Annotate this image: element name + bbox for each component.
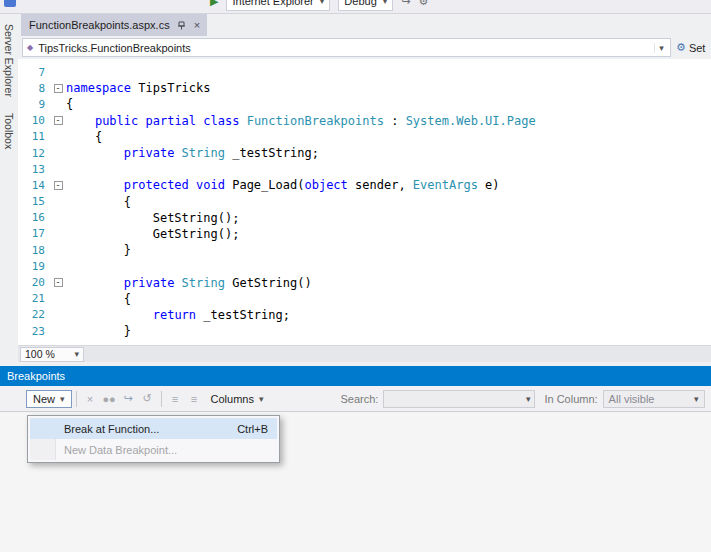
close-icon[interactable]: × xyxy=(194,19,200,31)
class-icon: ◆ xyxy=(27,43,33,52)
settings-gear-icon[interactable]: ⚙ xyxy=(676,41,686,54)
vs-window: ▶ Internet Explorer ▾ Debug ▾ ↪ ⚙ Server… xyxy=(0,0,711,552)
line-number: 21 xyxy=(18,292,50,305)
toolbar-app-icon[interactable] xyxy=(4,0,16,7)
search-input[interactable]: ▾ xyxy=(383,390,535,408)
code-line[interactable]: 16 SetString(); xyxy=(18,210,711,226)
document-tab[interactable]: FunctionBreakpoints.aspx.cs × xyxy=(21,14,207,36)
code-line[interactable]: 18 } xyxy=(18,242,711,258)
code-text: namespace TipsTricks xyxy=(66,81,211,95)
nav-bar-right: ⚙ Set xyxy=(671,41,711,54)
gear-icon[interactable]: ⚙ xyxy=(419,0,429,8)
code-line[interactable]: 14- protected void Page_Load(object send… xyxy=(18,177,711,193)
code-line[interactable]: 12 private String _testString; xyxy=(18,145,711,161)
zoom-select[interactable]: 100 % ▾ xyxy=(20,347,84,362)
code-text: GetString(); xyxy=(66,227,239,241)
code-line[interactable]: 10- public partial class FunctionBreakpo… xyxy=(18,113,711,129)
code-line[interactable]: 13 xyxy=(18,161,711,177)
list-view-alt-icon[interactable]: ≡ xyxy=(185,393,204,405)
pin-icon[interactable] xyxy=(177,20,187,30)
solution-config-select[interactable]: Debug ▾ xyxy=(338,0,393,11)
export-breakpoints-icon[interactable]: ↺ xyxy=(138,392,157,405)
code-text: public partial class FunctionBreakpoints… xyxy=(66,114,536,128)
sidebar-item-server-explorer[interactable]: Server Explorer xyxy=(3,24,15,97)
new-breakpoint-button[interactable]: New ▾ xyxy=(26,390,72,408)
code-line[interactable]: 21 { xyxy=(18,291,711,307)
code-text: } xyxy=(66,243,131,257)
fold-margin: - xyxy=(50,278,66,287)
chevron-down-icon[interactable]: ▾ xyxy=(654,43,668,53)
go-to-source-icon[interactable]: ↪ xyxy=(119,392,138,405)
delete-breakpoint-icon[interactable]: × xyxy=(81,393,100,405)
code-line[interactable]: 11 { xyxy=(18,129,711,145)
code-text: protected void Page_Load(object sender, … xyxy=(66,178,500,192)
line-number: 16 xyxy=(18,211,50,224)
zoom-level-value: 100 % xyxy=(25,348,55,360)
code-line[interactable]: 7 xyxy=(18,64,711,80)
breakpoints-toolbar: New ▾ × ●● ↪ ↺ ≡ ≡ Columns ▾ Search: ▾ I… xyxy=(0,386,711,412)
sidebar-item-toolbox[interactable]: Toolbox xyxy=(3,113,15,149)
breakpoints-panel-header[interactable]: Breakpoints xyxy=(0,366,711,386)
line-number: 15 xyxy=(18,195,50,208)
menu-item-label: Break at Function... xyxy=(64,423,159,435)
type-navigator-dropdown[interactable]: ◆ TipsTricks.FunctionBreakpoints ▾ xyxy=(22,38,671,57)
line-number: 13 xyxy=(18,163,50,176)
type-navigator-value: TipsTricks.FunctionBreakpoints xyxy=(38,42,191,54)
in-column-label: In Column: xyxy=(544,393,597,405)
toggle-all-breakpoints-icon[interactable]: ●● xyxy=(100,393,119,405)
editor-status-bar: 100 % ▾ xyxy=(18,345,711,362)
breakpoints-panel-title: Breakpoints xyxy=(7,370,65,382)
code-line[interactable]: 23 } xyxy=(18,323,711,339)
list-view-icon[interactable]: ≡ xyxy=(166,393,185,405)
browser-select-label: Internet Explorer xyxy=(232,0,313,7)
code-line[interactable]: 17 GetString(); xyxy=(18,226,711,242)
code-editor[interactable]: 78-namespace TipsTricks9{10- public part… xyxy=(18,59,711,345)
new-breakpoint-button-label: New xyxy=(33,393,55,405)
fold-margin: - xyxy=(50,181,66,190)
editor-column: FunctionBreakpoints.aspx.cs × ◆ TipsTric… xyxy=(18,14,711,362)
code-text: { xyxy=(66,195,131,209)
document-tab-label: FunctionBreakpoints.aspx.cs xyxy=(29,19,170,31)
fold-collapse-icon[interactable]: - xyxy=(54,278,63,287)
line-number: 20 xyxy=(18,276,50,289)
go-to-icon[interactable]: ↪ xyxy=(401,0,410,8)
breakpoints-panel: Breakpoints New ▾ × ●● ↪ ↺ ≡ ≡ Columns ▾… xyxy=(0,362,711,552)
fold-margin: - xyxy=(50,84,66,93)
columns-button-label: Columns xyxy=(211,393,254,405)
line-number: 18 xyxy=(18,244,50,257)
code-text: { xyxy=(66,292,131,306)
line-number: 12 xyxy=(18,147,50,160)
code-line[interactable]: 9{ xyxy=(18,96,711,112)
chevron-down-icon: ▾ xyxy=(60,394,65,404)
fold-collapse-icon[interactable]: - xyxy=(54,181,63,190)
line-number: 17 xyxy=(18,227,50,240)
line-number: 8 xyxy=(18,82,50,95)
code-line[interactable]: 20- private String GetString() xyxy=(18,274,711,290)
code-line[interactable]: 8-namespace TipsTricks xyxy=(18,80,711,96)
menu-item-break-at-function[interactable]: Break at Function... Ctrl+B xyxy=(30,418,277,439)
in-column-select[interactable]: All visible ▾ xyxy=(603,390,705,408)
code-text: return _testString; xyxy=(66,308,290,322)
code-text: } xyxy=(66,324,131,338)
toolbar-separator xyxy=(161,391,162,407)
line-number: 10 xyxy=(18,114,50,127)
navigation-bar: ◆ TipsTricks.FunctionBreakpoints ▾ ⚙ Set xyxy=(18,36,711,59)
start-debug-icon[interactable]: ▶ xyxy=(210,0,218,8)
code-line[interactable]: 19 xyxy=(18,258,711,274)
menu-item-label: New Data Breakpoint... xyxy=(64,444,177,456)
code-text: { xyxy=(66,130,102,144)
code-text: { xyxy=(66,97,73,111)
chevron-down-icon: ▾ xyxy=(526,394,531,404)
columns-button[interactable]: Columns ▾ xyxy=(204,390,271,408)
fold-collapse-icon[interactable]: - xyxy=(54,84,63,93)
code-line[interactable]: 15 { xyxy=(18,194,711,210)
browser-select[interactable]: Internet Explorer ▾ xyxy=(226,0,330,11)
code-line[interactable]: 22 return _testString; xyxy=(18,307,711,323)
code-text: private String GetString() xyxy=(66,276,312,290)
document-tab-bar: FunctionBreakpoints.aspx.cs × xyxy=(18,14,711,36)
fold-margin: - xyxy=(50,116,66,125)
line-number: 19 xyxy=(18,260,50,273)
fold-collapse-icon[interactable]: - xyxy=(54,116,63,125)
toolbar-separator xyxy=(76,391,77,407)
new-breakpoint-menu: Break at Function... Ctrl+B New Data Bre… xyxy=(27,415,280,463)
